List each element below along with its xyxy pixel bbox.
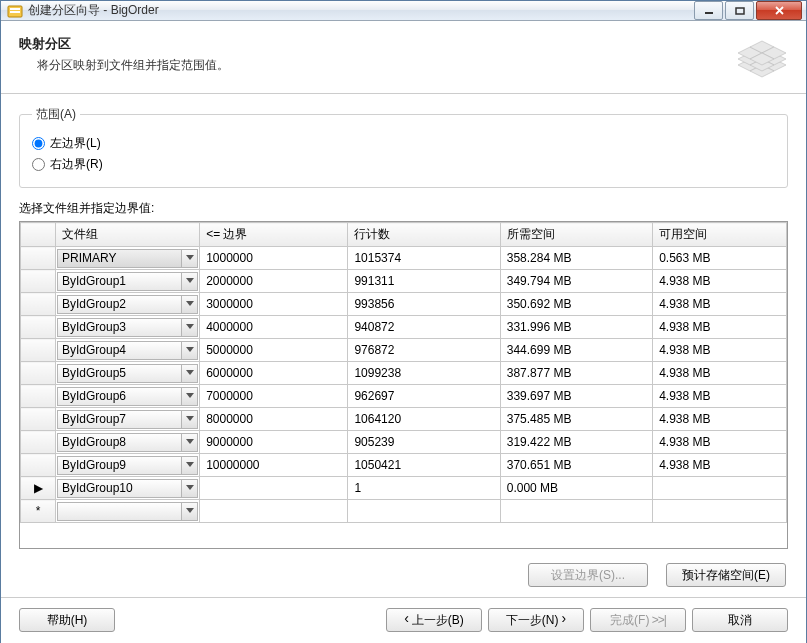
chevron-down-icon[interactable] [181,273,197,290]
table-row[interactable]: ByIdGroup9100000001050421370.651 MB4.938… [21,454,787,477]
filegroup-dropdown[interactable]: ByIdGroup7 [57,410,198,429]
titlebar[interactable]: 创建分区向导 - BigOrder [1,1,806,21]
filegroup-dropdown[interactable]: ByIdGroup1 [57,272,198,291]
table-row[interactable]: ByIdGroup560000001099238387.877 MB4.938 … [21,362,787,385]
cell-available: 4.938 MB [653,454,787,477]
cell-filegroup[interactable]: ByIdGroup7 [56,408,200,431]
svg-marker-24 [186,370,194,375]
window-controls [692,1,802,20]
radio-left-boundary[interactable]: 左边界(L) [32,135,775,152]
cell-required: 349.794 MB [500,270,652,293]
chevron-down-icon[interactable] [181,434,197,451]
cell-boundary[interactable]: 4000000 [200,316,348,339]
table-row[interactable]: PRIMARY10000001015374358.284 MB0.563 MB [21,247,787,270]
cell-boundary[interactable]: 3000000 [200,293,348,316]
cell-available [653,477,787,500]
radio-left-input[interactable] [32,137,45,150]
cell-boundary[interactable]: 1000000 [200,247,348,270]
cell-filegroup[interactable]: ByIdGroup8 [56,431,200,454]
filegroup-dropdown[interactable]: ByIdGroup6 [57,387,198,406]
svg-marker-21 [186,301,194,306]
chevron-down-icon[interactable] [181,457,197,474]
table-row[interactable]: ByIdGroup34000000940872331.996 MB4.938 M… [21,316,787,339]
filegroup-dropdown[interactable]: ByIdGroup10 [57,479,198,498]
chevron-down-icon[interactable] [181,365,197,382]
set-boundaries-button[interactable]: 设置边界(S)... [528,563,648,587]
cell-filegroup[interactable]: ByIdGroup1 [56,270,200,293]
page-subtitle: 将分区映射到文件组并指定范围值。 [37,57,229,74]
cell-boundary[interactable]: 2000000 [200,270,348,293]
chevron-down-icon[interactable] [181,250,197,267]
cell-boundary[interactable]: 5000000 [200,339,348,362]
col-filegroup[interactable]: 文件组 [56,223,200,247]
cell-filegroup[interactable]: ByIdGroup6 [56,385,200,408]
svg-rect-4 [736,8,744,14]
filegroup-dropdown[interactable] [57,502,198,521]
next-button[interactable]: 下一步(N) [488,608,584,632]
cell-boundary[interactable] [200,477,348,500]
cell-filegroup[interactable]: ByIdGroup5 [56,362,200,385]
maximize-button[interactable] [725,1,754,20]
table-row[interactable]: ByIdGroup12000000991311349.794 MB4.938 M… [21,270,787,293]
cell-required: 358.284 MB [500,247,652,270]
filegroup-dropdown[interactable]: ByIdGroup9 [57,456,198,475]
cell-boundary[interactable]: 10000000 [200,454,348,477]
table-row[interactable]: ByIdGroup23000000993856350.692 MB4.938 M… [21,293,787,316]
col-boundary[interactable]: <= 边界 [200,223,348,247]
radio-right-input[interactable] [32,158,45,171]
filegroup-dropdown[interactable]: ByIdGroup2 [57,295,198,314]
chevron-down-icon[interactable] [181,319,197,336]
filegroup-dropdown[interactable]: ByIdGroup8 [57,433,198,452]
cell-filegroup[interactable]: ByIdGroup2 [56,293,200,316]
chevron-down-icon[interactable] [181,388,197,405]
cell-rowcount: 1064120 [348,408,500,431]
cell-filegroup[interactable]: ByIdGroup10 [56,477,200,500]
chevron-down-icon[interactable] [181,342,197,359]
table-row[interactable]: ByIdGroup67000000962697339.697 MB4.938 M… [21,385,787,408]
cell-filegroup[interactable]: PRIMARY [56,247,200,270]
cell-filegroup[interactable]: ByIdGroup4 [56,339,200,362]
cell-available: 4.938 MB [653,408,787,431]
back-button[interactable]: 上一步(B) [386,608,482,632]
table-row[interactable]: ByIdGroup780000001064120375.485 MB4.938 … [21,408,787,431]
row-marker: * [21,500,56,523]
cell-filegroup[interactable]: ByIdGroup3 [56,316,200,339]
finish-button[interactable]: 完成(F) [590,608,686,632]
cell-rowcount: 976872 [348,339,500,362]
help-button[interactable]: 帮助(H) [19,608,115,632]
col-available[interactable]: 可用空间 [653,223,787,247]
cell-required: 339.697 MB [500,385,652,408]
close-button[interactable] [756,1,802,20]
filegroup-table-container: 文件组 <= 边界 行计数 所需空间 可用空间 PRIMARY100000010… [19,221,788,549]
window-title: 创建分区向导 - BigOrder [28,2,692,19]
filegroup-dropdown[interactable]: ByIdGroup4 [57,341,198,360]
col-marker[interactable] [21,223,56,247]
radio-right-boundary[interactable]: 右边界(R) [32,156,775,173]
cancel-button[interactable]: 取消 [692,608,788,632]
svg-marker-19 [186,255,194,260]
cell-rowcount: 993856 [348,293,500,316]
chevron-down-icon[interactable] [181,503,197,520]
filegroup-dropdown[interactable]: ByIdGroup5 [57,364,198,383]
col-required[interactable]: 所需空间 [500,223,652,247]
filegroup-dropdown[interactable]: PRIMARY [57,249,198,268]
table-row[interactable]: ByIdGroup89000000905239319.422 MB4.938 M… [21,431,787,454]
col-rowcount[interactable]: 行计数 [348,223,500,247]
table-row[interactable]: ByIdGroup45000000976872344.699 MB4.938 M… [21,339,787,362]
chevron-down-icon[interactable] [181,411,197,428]
chevron-down-icon[interactable] [181,296,197,313]
minimize-button[interactable] [694,1,723,20]
cell-boundary[interactable]: 6000000 [200,362,348,385]
filegroup-dropdown[interactable]: ByIdGroup3 [57,318,198,337]
cell-boundary[interactable]: 9000000 [200,431,348,454]
cell-boundary[interactable] [200,500,348,523]
cell-filegroup[interactable]: ByIdGroup9 [56,454,200,477]
cell-boundary[interactable]: 7000000 [200,385,348,408]
cell-filegroup[interactable] [56,500,200,523]
cell-boundary[interactable]: 8000000 [200,408,348,431]
chevron-down-icon[interactable] [181,480,197,497]
estimate-storage-button[interactable]: 预计存储空间(E) [666,563,786,587]
table-row[interactable]: ▶ByIdGroup1010.000 MB [21,477,787,500]
table-row[interactable]: * [21,500,787,523]
partition-icon [732,35,788,83]
